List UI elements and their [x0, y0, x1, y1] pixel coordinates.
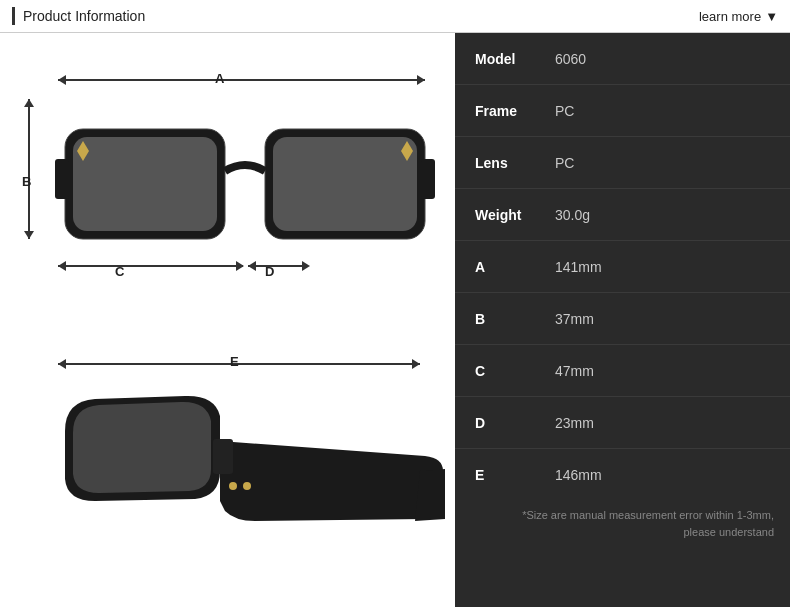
spec-row-a: A 141mm [455, 241, 790, 293]
spec-row-d: D 23mm [455, 397, 790, 449]
spec-label: A [475, 259, 555, 275]
label-d: D [265, 264, 274, 279]
svg-point-10 [243, 482, 251, 490]
arrow-c-right [236, 261, 244, 271]
header: Product Information learn more ▼ [0, 0, 790, 33]
spec-row-b: B 37mm [455, 293, 790, 345]
spec-value: 146mm [555, 467, 602, 483]
spec-label: D [475, 415, 555, 431]
arrow-b-top [24, 99, 34, 107]
spec-label: E [475, 467, 555, 483]
spec-value: PC [555, 103, 574, 119]
spec-label: Model [475, 51, 555, 67]
arrow-e-line [58, 363, 420, 365]
svg-rect-5 [421, 159, 435, 199]
spec-row-lens: Lens PC [455, 137, 790, 189]
label-a-front: A [215, 71, 224, 86]
header-bar-icon [12, 7, 15, 25]
footnote: *Size are manual measurement error withi… [455, 501, 790, 546]
spec-value: 37mm [555, 311, 594, 327]
arrow-d-left [248, 261, 256, 271]
spec-label: Weight [475, 207, 555, 223]
svg-point-9 [229, 482, 237, 490]
label-e: E [230, 354, 239, 369]
side-view-diagram: E [20, 351, 435, 571]
spec-label: C [475, 363, 555, 379]
arrow-b-line [28, 99, 30, 239]
page-title: Product Information [23, 8, 145, 24]
spec-row-model: Model 6060 [455, 33, 790, 85]
arrow-d-line [248, 265, 308, 267]
arrow-b-bottom [24, 231, 34, 239]
spec-label: Frame [475, 103, 555, 119]
spec-label: B [475, 311, 555, 327]
arrow-a-right [417, 75, 425, 85]
arrow-c-left [58, 261, 66, 271]
spec-value: 47mm [555, 363, 594, 379]
arrow-a-line [58, 79, 425, 81]
arrow-a-left [58, 75, 66, 85]
learn-more-button[interactable]: learn more ▼ [699, 9, 778, 24]
spec-value: 23mm [555, 415, 594, 431]
arrow-d-right [302, 261, 310, 271]
label-c: C [115, 264, 124, 279]
specs-panel: Model 6060 Frame PC Lens PC Weight 30.0g… [455, 33, 790, 607]
spec-value: 141mm [555, 259, 602, 275]
arrow-c-line [58, 265, 243, 267]
label-b-front: B [22, 174, 31, 189]
spec-row-e: E 146mm [455, 449, 790, 501]
glasses-front-image [55, 99, 435, 278]
svg-rect-3 [273, 137, 417, 231]
dropdown-icon: ▼ [765, 9, 778, 24]
svg-rect-2 [73, 137, 217, 231]
spec-value: 30.0g [555, 207, 590, 223]
spec-row-c: C 47mm [455, 345, 790, 397]
glasses-side-image [55, 371, 445, 560]
specs-table: Model 6060 Frame PC Lens PC Weight 30.0g… [455, 33, 790, 501]
diagram-panel: A B [0, 33, 455, 607]
spec-label: Lens [475, 155, 555, 171]
header-left: Product Information [12, 7, 145, 25]
spec-value: 6060 [555, 51, 586, 67]
spec-row-frame: Frame PC [455, 85, 790, 137]
svg-rect-8 [213, 439, 233, 474]
front-view-diagram: A B [20, 69, 435, 299]
arrow-e-right [412, 359, 420, 369]
spec-row-weight: Weight 30.0g [455, 189, 790, 241]
arrow-e-left [58, 359, 66, 369]
svg-rect-4 [55, 159, 69, 199]
spec-value: PC [555, 155, 574, 171]
learn-more-label: learn more [699, 9, 761, 24]
main-content: A B [0, 33, 790, 607]
